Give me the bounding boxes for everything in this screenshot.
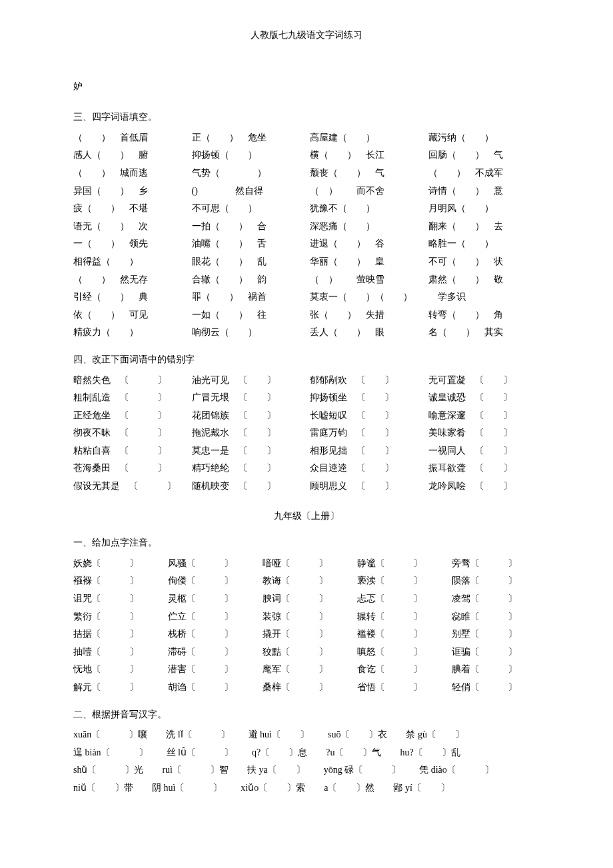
section3-heading: 三、四字词语填空。 [73, 109, 540, 127]
section5-grid: 妖娆〔 〕风骚〔 〕喑哑〔 〕静谧〔 〕旁骛〔 〕襁褓〔 〕佝偻〔 〕教诲〔 〕… [73, 555, 540, 697]
section6-heading: 二、根据拼音写汉字。 [73, 706, 540, 724]
exercise-cell: 陨落〔 〕 [452, 572, 540, 590]
exercise-cell: 桑梓〔 〕 [263, 679, 350, 697]
exercise-cell: 犹豫不（ ） [310, 200, 422, 218]
exercise-cell: 抑扬顿坐 〔 〕 [310, 389, 422, 407]
exercise-cell: 撬开〔 〕 [263, 626, 350, 644]
exercise-cell: 灵柩〔 〕 [168, 590, 256, 608]
exercise-cell: 粘粘自喜 〔 〕 [73, 442, 185, 460]
exercise-cell: 张（ ） 失措 [310, 306, 422, 324]
exercise-cell: 名（ ） 其实 [428, 324, 540, 342]
exercise-cell: 正（ ） 危坐 [192, 129, 304, 147]
exercise-cell: 进退（ ） 谷 [310, 235, 422, 253]
exercise-cell: 彻夜不昧 〔 〕 [73, 424, 185, 442]
exercise-cell: 依（ ） 可见 [73, 306, 185, 324]
pinyin-line: xuān〔 〕嚷 洗 lǐ〔 〕 避 huì〔 〕 suō〔 〕衣 禁 gù〔 … [73, 726, 540, 744]
exercise-cell: 精巧绝纶 〔 〕 [192, 460, 304, 478]
exercise-cell: 惢睢〔 〕 [452, 608, 540, 626]
isolated-char: 妒 [73, 78, 540, 96]
exercise-cell: 美味家肴 〔 〕 [428, 424, 540, 442]
page-title: 人教版七九级语文字词练习 [73, 27, 540, 45]
exercise-cell: 佝偻〔 〕 [168, 572, 256, 590]
exercise-cell: 腆着〔 〕 [452, 661, 540, 679]
exercise-cell: 华丽（ ） 皇 [310, 253, 422, 271]
exercise-cell: () 然自得 [192, 183, 304, 201]
exercise-cell: 辗转〔 〕 [357, 608, 445, 626]
exercise-cell: 苍海桑田 〔 〕 [73, 460, 185, 478]
exercise-cell: 月明风（ ） [428, 200, 540, 218]
exercise-cell: 褴褛〔 〕 [357, 626, 445, 644]
exercise-cell: 假设无其是 〔 〕 [73, 478, 185, 496]
exercise-cell: 嗔怒〔 〕 [357, 644, 445, 661]
exercise-cell: 繁衍〔 〕 [73, 608, 161, 626]
exercise-cell: 伫立〔 〕 [168, 608, 256, 626]
exercise-cell: 众目逵逵 〔 〕 [310, 460, 422, 478]
exercise-cell: 感人（ ） 腑 [73, 147, 185, 165]
exercise-cell: 语无（ ） 次 [73, 218, 185, 236]
exercise-cell: 栈桥〔 〕 [168, 626, 256, 644]
exercise-cell: 诗情（ ） 意 [428, 183, 540, 201]
exercise-cell: 暗然失色 〔 〕 [73, 372, 185, 390]
grade9-title: 九年级〔上册〕 [73, 508, 540, 526]
exercise-cell: 静谧〔 〕 [357, 555, 445, 573]
exercise-cell: 妖娆〔 〕 [73, 555, 161, 573]
exercise-cell: 莫忠一是 〔 〕 [192, 442, 304, 460]
exercise-cell: 喑哑〔 〕 [263, 555, 350, 573]
exercise-cell: 不可思（ ） [192, 200, 304, 218]
exercise-cell: （ ） 而不舍 [310, 183, 422, 201]
exercise-cell: 喻意深邃 〔 〕 [428, 407, 540, 425]
section3-grid: （ ） 首低眉正（ ） 危坐高屋建（ ）藏污纳（ ）感人（ ） 腑抑扬顿（ ）横… [73, 129, 540, 342]
exercise-cell: 一（ ） 领先 [73, 235, 185, 253]
section5-heading: 一、给加点字注音。 [73, 534, 540, 552]
exercise-cell: 龙吟凤哙 〔 〕 [428, 478, 540, 496]
exercise-cell: 略胜一（ ） [428, 235, 540, 253]
exercise-cell: 高屋建（ ） [310, 129, 422, 147]
pinyin-line: niǔ〔 〕带 阴 huì〔 〕 xiǔo〔 〕索 a〔 〕然 鄙 yí〔 〕 [73, 779, 540, 797]
exercise-cell: 莫衷一（ ）（ ） [310, 288, 422, 306]
exercise-cell: 长嘘短叹 〔 〕 [310, 407, 422, 425]
exercise-cell: 深恶痛（ ） [310, 218, 422, 236]
exercise-cell: 油光可见 〔 〕 [192, 372, 304, 390]
exercise-cell: 转弯（ ） 角 [428, 306, 540, 324]
exercise-cell: 正经危坐 〔 〕 [73, 407, 185, 425]
exercise-cell: 无可置凝 〔 〕 [428, 372, 540, 390]
exercise-cell: 拖泥戴水 〔 〕 [192, 424, 304, 442]
exercise-cell: 顾明思义 〔 〕 [310, 478, 422, 496]
exercise-cell: 随机映变 〔 〕 [192, 478, 304, 496]
exercise-cell: 风骚〔 〕 [168, 555, 256, 573]
exercise-cell: 抑扬顿（ ） [192, 147, 304, 165]
section4-grid: 暗然失色 〔 〕油光可见 〔 〕郁郁剐欢 〔 〕无可置凝 〔 〕粗制乱造 〔 〕… [73, 372, 540, 496]
exercise-cell: 粗制乱造 〔 〕 [73, 389, 185, 407]
exercise-cell: 装弶〔 〕 [263, 608, 350, 626]
section6-block: xuān〔 〕嚷 洗 lǐ〔 〕 避 huì〔 〕 suō〔 〕衣 禁 gù〔 … [73, 726, 540, 797]
exercise-cell: 精疲力（ ） [73, 324, 185, 342]
exercise-cell: 响彻云（ ） [192, 324, 304, 342]
exercise-cell: 不可（ ） 状 [428, 253, 540, 271]
exercise-cell: 拮据〔 〕 [73, 626, 161, 644]
exercise-cell: 胡诌〔 〕 [168, 679, 256, 697]
exercise-cell: 别墅〔 〕 [452, 626, 540, 644]
exercise-cell: 凌驾〔 〕 [452, 590, 540, 608]
exercise-cell: 一如（ ） 往 [192, 306, 304, 324]
exercise-cell: 合辙（ ） 韵 [192, 271, 304, 289]
exercise-cell: 异国（ ） 乡 [73, 183, 185, 201]
exercise-cell: 雷庭万钧 〔 〕 [310, 424, 422, 442]
exercise-cell: 教诲〔 〕 [263, 572, 350, 590]
exercise-cell: 颓丧（ ） 气 [310, 165, 422, 183]
exercise-cell: 麾军〔 〕 [263, 661, 350, 679]
exercise-cell: 学多识 [428, 288, 540, 306]
exercise-cell: 相形见拙 〔 〕 [310, 442, 422, 460]
exercise-cell: （ ） 萤映雪 [310, 271, 422, 289]
exercise-cell: 郁郁剐欢 〔 〕 [310, 372, 422, 390]
exercise-cell: 诅咒〔 〕 [73, 590, 161, 608]
exercise-cell: 滞碍〔 〕 [168, 644, 256, 661]
exercise-cell: 引经（ ） 典 [73, 288, 185, 306]
exercise-cell: 亵渎〔 〕 [357, 572, 445, 590]
exercise-cell: 腴词〔 〕 [263, 590, 350, 608]
exercise-cell: 丢人（ ） 眼 [310, 324, 422, 342]
exercise-cell: 抽噎〔 〕 [73, 644, 161, 661]
exercise-cell: 轻俏〔 〕 [452, 679, 540, 697]
exercise-cell: 忐忑〔 〕 [357, 590, 445, 608]
exercise-cell: 诓骗〔 〕 [452, 644, 540, 661]
exercise-cell: 横（ ） 长江 [310, 147, 422, 165]
